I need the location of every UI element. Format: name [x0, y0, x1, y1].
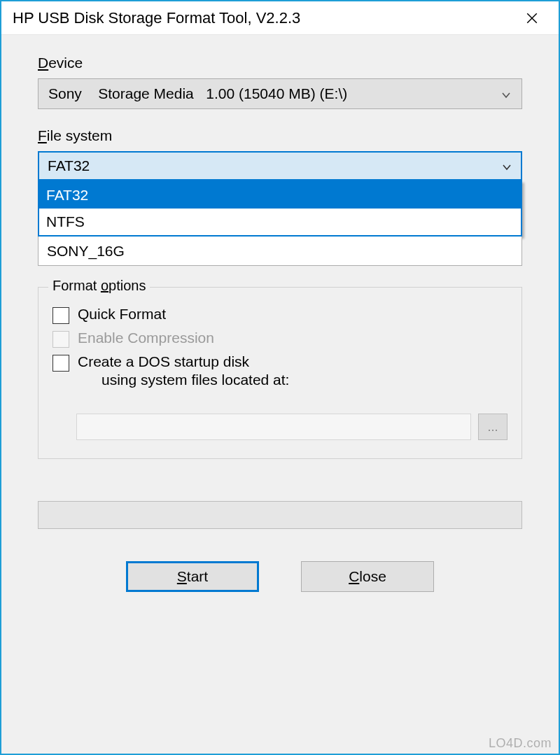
dos-startup-row[interactable]: Create a DOS startup disk using system f… [52, 353, 507, 388]
close-icon[interactable] [517, 3, 547, 34]
enable-compression-checkbox [52, 331, 69, 348]
titlebar: HP USB Disk Storage Format Tool, V2.2.3 [1, 1, 559, 35]
dos-path-row: ... [76, 414, 507, 440]
device-selected-text: Sony Storage Media 1.00 (15040 MB) (E:\) [48, 85, 500, 102]
dos-startup-label: Create a DOS startup disk using system f… [78, 353, 289, 388]
start-button[interactable]: Start [126, 561, 259, 592]
filesystem-dropdown-list: FAT32 NTFS [38, 181, 522, 237]
dos-startup-checkbox[interactable] [52, 355, 69, 372]
filesystem-selected-text: FAT32 [48, 157, 501, 174]
progress-bar [38, 501, 522, 529]
enable-compression-row: Enable Compression [52, 330, 507, 348]
filesystem-label: File system [38, 127, 522, 144]
chevron-down-icon [501, 160, 512, 171]
dos-startup-line2: using system files located at: [102, 372, 289, 388]
quick-format-row[interactable]: Quick Format [52, 306, 507, 324]
watermark: LO4D.com [489, 736, 552, 751]
app-window: HP USB Disk Storage Format Tool, V2.2.3 … [0, 0, 560, 755]
device-combobox[interactable]: Sony Storage Media 1.00 (15040 MB) (E:\) [38, 78, 522, 109]
button-row: Start Close [38, 561, 522, 592]
filesystem-option-fat32[interactable]: FAT32 [39, 182, 521, 209]
close-button-rest: lose [359, 568, 386, 584]
filesystem-combobox[interactable]: FAT32 [38, 151, 522, 181]
filesystem-option-ntfs[interactable]: NTFS [39, 209, 521, 235]
dos-path-input [76, 414, 471, 440]
quick-format-checkbox[interactable] [52, 307, 69, 324]
enable-compression-label: Enable Compression [78, 330, 214, 346]
format-options-legend: Format options [48, 278, 150, 294]
start-button-rest: tart [187, 568, 208, 584]
quick-format-label: Quick Format [78, 306, 166, 323]
window-title: HP USB Disk Storage Format Tool, V2.2.3 [13, 9, 517, 27]
filesystem-dropdown: FAT32 NTFS SONY_16G [38, 181, 522, 266]
close-button[interactable]: Close [301, 561, 434, 592]
chevron-down-icon [500, 88, 512, 99]
client-area: Device Sony Storage Media 1.00 (15040 MB… [1, 35, 559, 754]
format-options-group: Format options Quick Format Enable Compr… [38, 287, 522, 459]
browse-button: ... [478, 414, 507, 440]
device-label: Device [38, 55, 522, 71]
dos-startup-line1: Create a DOS startup disk [78, 353, 249, 369]
volume-label-value[interactable]: SONY_16G [38, 237, 522, 266]
